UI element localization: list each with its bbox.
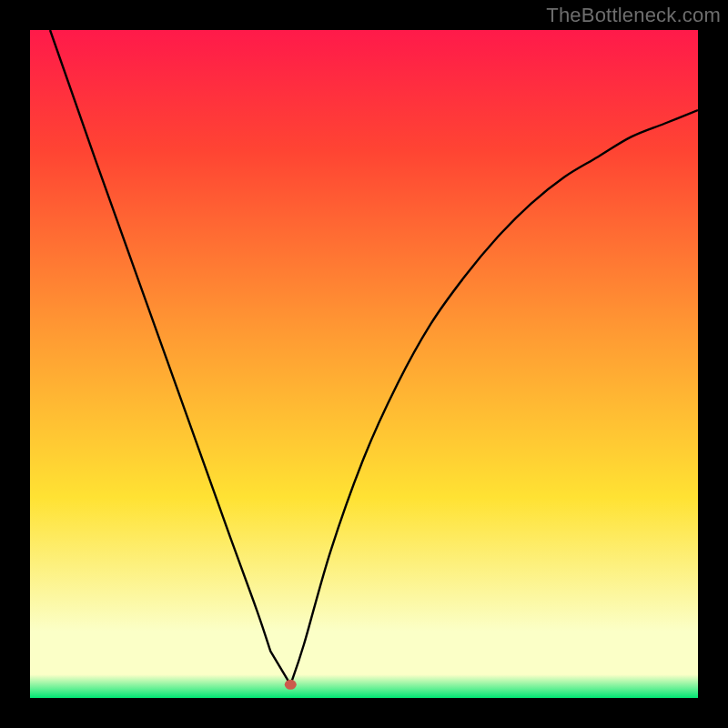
plot-area: [30, 30, 698, 698]
chart-frame: TheBottleneck.com: [0, 0, 728, 728]
attribution-text: TheBottleneck.com: [546, 4, 721, 27]
optimum-marker: [285, 680, 297, 690]
chart-svg: [30, 30, 698, 698]
gradient-background: [30, 30, 698, 698]
